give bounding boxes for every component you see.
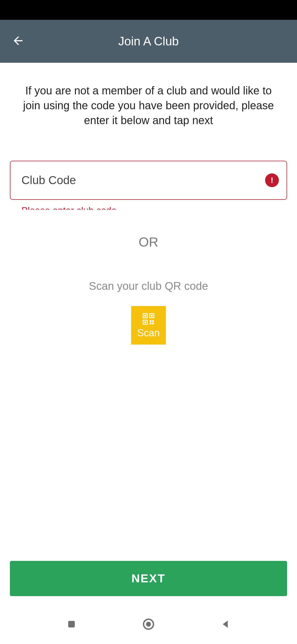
club-code-input[interactable]	[21, 174, 265, 187]
svg-rect-5	[144, 321, 146, 323]
app-bar: Join A Club	[0, 20, 297, 63]
next-button[interactable]: NEXT	[10, 561, 287, 596]
content-area: If you are not a member of a club and wo…	[0, 63, 297, 604]
svg-rect-1	[144, 315, 146, 317]
back-button[interactable]	[10, 33, 26, 50]
status-bar	[0, 0, 297, 20]
svg-rect-6	[150, 320, 152, 322]
page-title: Join A Club	[118, 34, 179, 48]
arrow-left-icon	[12, 34, 25, 48]
nav-back-button[interactable]	[217, 616, 234, 632]
scan-button-label: Scan	[137, 327, 160, 339]
svg-point-12	[146, 622, 151, 627]
nav-recent-button[interactable]	[63, 616, 80, 632]
nav-home-button[interactable]	[140, 616, 157, 632]
scan-prompt: Scan your club QR code	[10, 280, 287, 292]
error-message: Please enter club code	[10, 203, 287, 210]
error-icon: !	[265, 173, 279, 187]
svg-rect-7	[152, 320, 154, 322]
svg-rect-10	[68, 621, 75, 627]
svg-rect-9	[152, 323, 154, 324]
system-nav-bar	[0, 604, 297, 644]
instructions-text: If you are not a member of a club and wo…	[10, 83, 287, 128]
qr-code-icon	[141, 312, 156, 326]
svg-rect-3	[151, 315, 153, 317]
club-code-input-container[interactable]: !	[10, 161, 287, 200]
or-separator: OR	[10, 234, 287, 250]
svg-rect-8	[150, 323, 152, 324]
scan-qr-button[interactable]: Scan	[131, 306, 166, 345]
